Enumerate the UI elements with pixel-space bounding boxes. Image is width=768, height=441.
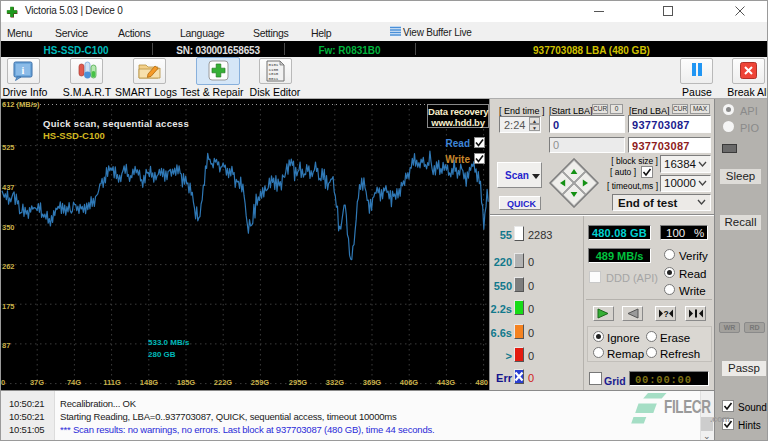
svg-text:i: i <box>22 65 25 76</box>
svg-text:?: ? <box>663 309 668 319</box>
svg-text:0101: 0101 <box>269 63 279 67</box>
svg-text:0011: 0011 <box>269 77 279 81</box>
svg-text:1100: 1100 <box>269 68 279 72</box>
svg-text:1010: 1010 <box>269 72 279 76</box>
